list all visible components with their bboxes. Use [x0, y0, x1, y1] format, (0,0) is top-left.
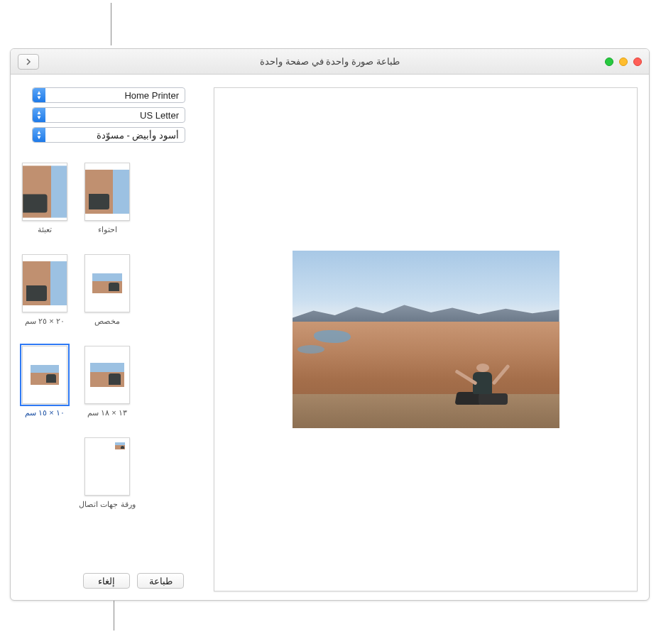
layout-thumbnails-grid: احتواء تعبئة مخصص ٢٠ × ٢٥ سم [22, 163, 185, 509]
close-icon[interactable] [633, 58, 642, 66]
color-mode-popup-value: أسود وأبيض - مسوّدة [97, 130, 179, 141]
paper-size-popup-value: US Letter [140, 110, 179, 121]
callout-line-top [111, 3, 111, 45]
printer-popup[interactable]: Home Printer ▲▼ [32, 87, 185, 103]
chevron-right-icon [25, 58, 32, 65]
layout-option-label: ١٠ × ١٥ سم [25, 408, 65, 417]
layout-option-contact-sheet[interactable]: ورقة جهات اتصال [84, 437, 130, 509]
cancel-button[interactable]: إلغاء [83, 573, 130, 589]
print-preview-pane [214, 87, 638, 591]
print-button-label: طباعة [149, 576, 173, 586]
print-dialog-window: طباعة صورة واحدة في صفحة واحدة Home Prin… [10, 48, 650, 601]
popup-arrows-icon: ▲▼ [33, 108, 45, 122]
layout-option-label: ٢٠ × ٢٥ سم [25, 317, 65, 326]
popup-arrows-icon: ▲▼ [33, 88, 45, 102]
back-button[interactable] [18, 54, 39, 70]
layout-option-label: مخصص [94, 317, 120, 326]
print-options-sidebar: Home Printer ▲▼ US Letter ▲▼ أسود وأبيض … [22, 87, 185, 591]
layout-option-custom[interactable]: مخصص [84, 254, 130, 326]
dialog-content: Home Printer ▲▼ US Letter ▲▼ أسود وأبيض … [11, 75, 649, 600]
layout-option-20x25[interactable]: ٢٠ × ٢٥ سم [22, 254, 67, 326]
print-button[interactable]: طباعة [137, 573, 184, 589]
layout-option-contain[interactable]: احتواء [84, 163, 130, 234]
printer-popup-value: Home Printer [124, 90, 179, 101]
layout-option-label: ١٣ × ١٨ سم [87, 408, 127, 417]
cancel-button-label: إلغاء [98, 576, 115, 586]
zoom-icon[interactable] [605, 58, 613, 66]
layout-option-13x18[interactable]: ١٣ × ١٨ سم [84, 346, 130, 417]
preview-photo [293, 251, 559, 428]
layout-option-fill[interactable]: تعبئة [22, 163, 67, 234]
color-mode-popup[interactable]: أسود وأبيض - مسوّدة ▲▼ [32, 127, 185, 143]
layout-option-label: تعبئة [38, 225, 52, 234]
layout-option-label: ورقة جهات اتصال [79, 500, 135, 509]
minimize-icon[interactable] [619, 58, 628, 66]
layout-option-label: احتواء [98, 225, 117, 234]
paper-size-popup[interactable]: US Letter ▲▼ [32, 107, 185, 123]
popup-arrows-icon: ▲▼ [33, 128, 45, 142]
traffic-lights [605, 58, 642, 66]
layout-option-10x15[interactable]: ١٠ × ١٥ سم [22, 346, 67, 417]
dialog-footer: طباعة إلغاء [22, 567, 185, 591]
titlebar: طباعة صورة واحدة في صفحة واحدة [11, 49, 649, 75]
window-title: طباعة صورة واحدة في صفحة واحدة [260, 56, 399, 67]
